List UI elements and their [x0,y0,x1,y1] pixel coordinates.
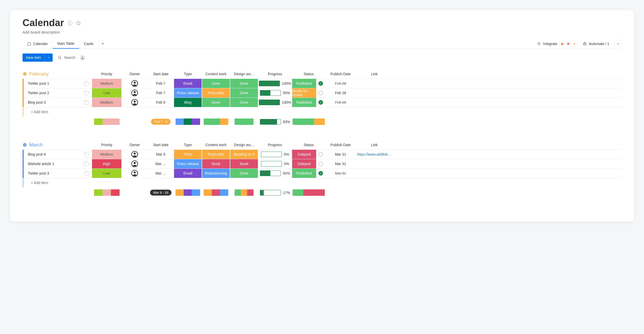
column-header[interactable]: Content work [202,72,230,76]
new-item-button[interactable]: New Item [22,53,45,62]
content-work-cell[interactable]: Done [202,98,230,107]
publish-date-cell[interactable]: Feb 28 [326,98,355,107]
column-header[interactable]: Publish Date [326,72,355,76]
owner-cell[interactable] [122,88,147,98]
owner-cell[interactable] [122,79,147,88]
type-cell[interactable]: Email [174,79,202,88]
start-date-cell[interactable]: Mar … [148,159,174,168]
publish-date-cell[interactable]: Mar 31 [326,150,355,159]
column-header[interactable]: Owner [122,72,147,76]
star-icon[interactable] [76,20,81,26]
row-title-cell[interactable]: Blog post 3 [22,98,91,107]
link-cell[interactable] [356,88,393,98]
column-header[interactable]: Design wo… [230,143,258,147]
publish-date-cell[interactable]: Feb 28 [326,79,355,88]
add-item-button[interactable]: + Add Item [22,178,622,187]
column-header[interactable]: Progress [258,143,292,147]
board-subtitle[interactable]: Add board description [22,30,622,34]
group-title[interactable]: March [29,142,43,148]
row-title-cell[interactable]: Blog post 4 [22,150,91,159]
column-header[interactable]: Link [356,143,393,147]
status-cell[interactable]: Published✓ [292,169,325,178]
progress-cell[interactable]: 100% [258,79,292,88]
row-title-cell[interactable]: Website article 1 [22,159,91,168]
integrate-button[interactable]: Integrate 🐵 M ✦ [537,41,577,47]
column-header[interactable]: Design wo… [230,72,258,76]
design-work-cell[interactable]: Working on it [230,150,258,159]
publish-date-cell[interactable]: Mar 31 [326,159,355,168]
type-cell[interactable]: Blog [174,98,202,107]
link-cell[interactable] [356,159,393,168]
column-header[interactable]: Start date [148,143,174,147]
group-title[interactable]: February [29,71,49,77]
design-work-cell[interactable]: Done [230,98,258,107]
add-conversation-icon[interactable] [84,100,89,105]
info-icon[interactable]: i [68,21,72,25]
owner-cell[interactable] [122,98,147,107]
type-cell[interactable]: Press release [174,159,202,168]
automate-button[interactable]: Automate / 1 [582,41,609,46]
add-conversation-icon[interactable] [84,161,89,166]
start-date-cell[interactable]: Mar … [148,169,174,178]
row-title-cell[interactable]: Twitter post 3 [22,169,91,178]
link-cell[interactable] [356,79,393,88]
group-collapse-button[interactable] [22,72,27,76]
add-conversation-icon[interactable] [84,90,89,95]
status-cell[interactable]: Delayed [292,159,325,168]
progress-cell[interactable]: 50% [258,88,292,98]
tab-calendar[interactable]: Calendar [22,39,53,48]
row-title-cell[interactable]: Twitter post 2 [22,88,91,98]
design-work-cell[interactable]: Done [230,169,258,178]
owner-cell[interactable] [122,150,147,159]
column-header[interactable]: Type [174,143,202,147]
status-cell[interactable]: Delayed [292,150,325,159]
publish-date-cell[interactable]: Feb 28 [326,88,355,98]
tab-main-table[interactable]: Main Table [53,39,79,49]
priority-cell[interactable]: Medium [92,150,121,159]
progress-cell[interactable]: 100% [258,98,292,107]
column-header[interactable]: Status [292,143,325,147]
progress-cell[interactable]: 0% [258,150,292,159]
add-conversation-icon[interactable] [84,81,89,86]
type-cell[interactable]: Print [174,150,202,159]
content-work-cell[interactable]: Stuck [202,159,230,168]
start-date-cell[interactable]: Feb 9 [148,98,174,107]
link-cell[interactable] [356,169,393,178]
person-filter-button[interactable] [80,55,85,60]
column-header[interactable]: Progress [258,72,292,76]
start-date-cell[interactable]: Feb 7 [148,88,174,98]
column-header[interactable]: Publish Date [326,143,355,147]
design-work-cell[interactable]: Done [230,88,258,98]
design-work-cell[interactable]: Done [230,79,258,88]
progress-cell[interactable]: 0% [258,159,292,168]
start-date-cell[interactable]: Mar 9 [148,150,174,159]
progress-cell[interactable]: 50% [258,169,292,178]
status-cell[interactable]: Published✓ [292,79,325,88]
column-header[interactable]: Owner [122,143,147,147]
add-conversation-icon[interactable] [84,171,89,176]
search-button[interactable]: Search [58,56,75,60]
priority-cell[interactable]: High [92,159,121,168]
group-collapse-button[interactable] [22,143,27,147]
priority-cell[interactable]: Medium [92,79,121,88]
column-header[interactable]: Content work [202,143,230,147]
column-header[interactable]: Link [356,72,393,76]
add-tab-button[interactable]: + [98,40,107,48]
row-title-cell[interactable]: Twitter post 1 [22,79,91,88]
column-header[interactable]: Priority [92,72,121,76]
link-cell[interactable]: https://www.addlink… [356,150,393,159]
add-conversation-icon[interactable] [84,152,89,157]
link-cell[interactable] [356,98,393,107]
collapse-panel-button[interactable] [614,40,622,47]
type-cell[interactable]: Email [174,169,202,178]
add-item-button[interactable]: + Add Item [22,107,622,116]
column-header[interactable]: Status [292,72,325,76]
tab-cards[interactable]: Cards [79,39,98,48]
column-header[interactable]: Type [174,72,202,76]
owner-cell[interactable] [122,159,147,168]
status-cell[interactable]: Ready for review [292,88,325,98]
content-work-cell[interactable]: Brainstorming [202,169,230,178]
column-header[interactable]: Priority [92,143,121,147]
priority-cell[interactable]: Medium [92,98,121,107]
publish-date-cell[interactable]: Mar 31 [326,169,355,178]
